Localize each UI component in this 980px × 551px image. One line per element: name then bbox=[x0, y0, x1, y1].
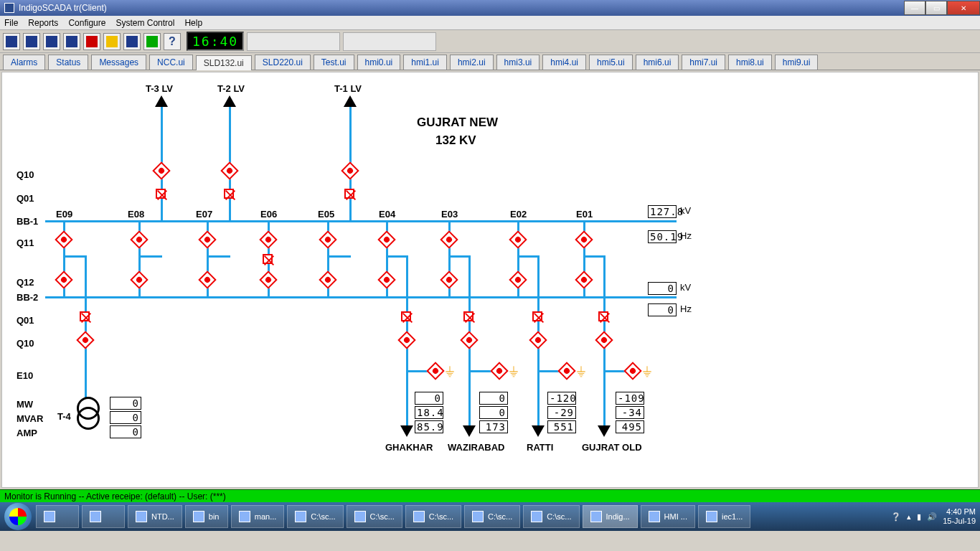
q12-e05[interactable] bbox=[319, 270, 336, 288]
tool-icon-4[interactable] bbox=[63, 33, 80, 50]
menu-file[interactable]: File bbox=[4, 18, 18, 28]
tab-hmi1[interactable]: hmi1.ui bbox=[403, 55, 447, 70]
tab-hmi4[interactable]: hmi4.ui bbox=[542, 55, 586, 70]
q11-e06[interactable] bbox=[259, 230, 277, 248]
task-sc5-label: C:\sc... bbox=[547, 512, 571, 521]
tool-icon-3[interactable] bbox=[43, 33, 60, 50]
task-ie[interactable] bbox=[36, 505, 79, 528]
close-button[interactable]: ✕ bbox=[947, 1, 980, 15]
tab-hmi6[interactable]: hmi6.ui bbox=[636, 55, 679, 70]
task-explorer[interactable] bbox=[82, 505, 125, 528]
q01-e07-brk[interactable] bbox=[224, 189, 234, 199]
q01-e05-brk[interactable] bbox=[344, 189, 354, 199]
task-sc5[interactable]: C:\sc... bbox=[523, 505, 579, 528]
tool-icon-7[interactable] bbox=[123, 33, 141, 50]
q01b-e04[interactable] bbox=[401, 311, 411, 321]
q01b-e03[interactable] bbox=[463, 311, 473, 321]
q12-e06[interactable] bbox=[259, 270, 277, 288]
q11-e05[interactable] bbox=[319, 230, 336, 248]
task-ntd[interactable]: NTD... bbox=[128, 505, 182, 528]
ie-icon bbox=[44, 511, 55, 522]
q12-e01[interactable] bbox=[575, 270, 593, 288]
q01b-e01[interactable] bbox=[598, 311, 608, 321]
tab-alarms[interactable]: Alarms bbox=[3, 55, 45, 70]
menu-configure[interactable]: Configure bbox=[68, 18, 105, 28]
menu-help[interactable]: Help bbox=[184, 18, 202, 28]
tab-messages[interactable]: Messages bbox=[91, 55, 146, 70]
doc-icon bbox=[295, 511, 306, 522]
tool-icon-1[interactable] bbox=[3, 33, 20, 50]
e10-e01-gnd-disc[interactable] bbox=[623, 362, 641, 380]
ratti-mw: -120 bbox=[547, 392, 576, 405]
tray-network-icon[interactable]: ▮ bbox=[917, 512, 921, 522]
q12-e09[interactable] bbox=[55, 270, 72, 288]
q01b-e09[interactable] bbox=[80, 311, 90, 321]
q11-e07[interactable] bbox=[198, 230, 216, 248]
task-indigo[interactable]: Indig... bbox=[583, 505, 638, 528]
menu-system-control[interactable]: System Control bbox=[116, 18, 174, 28]
tool-icon-5[interactable] bbox=[83, 33, 100, 50]
q11-e04[interactable] bbox=[377, 230, 395, 248]
tab-hmi8[interactable]: hmi8.ui bbox=[728, 55, 772, 70]
tab-hmi5[interactable]: hmi5.ui bbox=[589, 55, 633, 70]
task-hmi[interactable]: HMI ... bbox=[641, 505, 695, 528]
q10b-e01[interactable] bbox=[595, 331, 613, 349]
tab-hmi0[interactable]: hmi0.ui bbox=[357, 55, 401, 70]
tray-up-icon[interactable]: ▴ bbox=[907, 512, 911, 522]
tab-ncc[interactable]: NCC.ui bbox=[149, 55, 193, 70]
q12-e02[interactable] bbox=[509, 270, 527, 288]
tab-test[interactable]: Test.ui bbox=[314, 55, 354, 70]
brk-e06-coupler[interactable] bbox=[263, 254, 273, 264]
q10b-e09[interactable] bbox=[76, 331, 94, 349]
q10b-e03[interactable] bbox=[460, 331, 478, 349]
tab-hmi9[interactable]: hmi9.ui bbox=[775, 55, 819, 70]
tab-hmi2[interactable]: hmi2.ui bbox=[450, 55, 494, 70]
maximize-button[interactable]: ▭ bbox=[925, 1, 947, 15]
tab-status[interactable]: Status bbox=[48, 55, 88, 70]
q12-e03[interactable] bbox=[440, 270, 458, 288]
task-sc4[interactable]: C:\sc... bbox=[464, 505, 520, 528]
e10-e03-gnd-disc[interactable] bbox=[490, 362, 508, 380]
q10-e07-disc[interactable] bbox=[220, 161, 238, 179]
tab-sld132[interactable]: SLD132.ui bbox=[196, 55, 252, 70]
q12-e07[interactable] bbox=[198, 270, 216, 288]
task-sc2[interactable]: C:\sc... bbox=[347, 505, 402, 528]
q11-e09[interactable] bbox=[55, 230, 72, 248]
tool-icon-8[interactable] bbox=[143, 33, 161, 50]
tray-help-icon[interactable]: ❔ bbox=[891, 512, 901, 522]
bb1-hz: 50.19 bbox=[648, 230, 677, 243]
q10b-e04[interactable] bbox=[397, 331, 415, 349]
tab-sld220[interactable]: SLD220.ui bbox=[255, 55, 311, 70]
tab-hmi3[interactable]: hmi3.ui bbox=[496, 55, 540, 70]
task-bin[interactable]: bin bbox=[185, 505, 228, 528]
tool-icon-2[interactable] bbox=[23, 33, 40, 50]
tool-icon-6[interactable] bbox=[103, 33, 121, 50]
q01-e08-brk[interactable] bbox=[156, 189, 166, 199]
help-icon[interactable]: ? bbox=[164, 33, 181, 50]
task-man[interactable]: man... bbox=[231, 505, 285, 528]
q10-e05-disc[interactable] bbox=[341, 161, 359, 179]
q11-e02[interactable] bbox=[509, 230, 527, 248]
q11-e01[interactable] bbox=[575, 230, 593, 248]
minimize-button[interactable]: — bbox=[904, 1, 925, 15]
q12-e08[interactable] bbox=[130, 270, 148, 288]
q01b-e02[interactable] bbox=[532, 311, 542, 321]
e03-v2 bbox=[468, 255, 471, 297]
task-sc1[interactable]: C:\sc... bbox=[287, 505, 343, 528]
start-button[interactable] bbox=[4, 503, 32, 530]
tray-volume-icon[interactable]: 🔊 bbox=[927, 512, 937, 522]
e10-e02-gnd-disc[interactable] bbox=[557, 362, 575, 380]
task-sc3[interactable]: C:\sc... bbox=[405, 505, 461, 528]
tab-hmi7[interactable]: hmi7.ui bbox=[682, 55, 725, 70]
e10-e04-gnd-disc[interactable] bbox=[426, 362, 444, 380]
menu-reports[interactable]: Reports bbox=[28, 18, 58, 28]
q10b-e02[interactable] bbox=[529, 331, 547, 349]
q12-e04[interactable] bbox=[377, 270, 395, 288]
q11-e08[interactable] bbox=[130, 230, 148, 248]
q11-e03[interactable] bbox=[440, 230, 458, 248]
tray-time[interactable]: 4:40 PM bbox=[943, 507, 976, 517]
task-ntd-label: NTD... bbox=[151, 512, 174, 521]
tray-date[interactable]: 15-Jul-19 bbox=[943, 517, 976, 526]
task-iec[interactable]: iec1... bbox=[698, 505, 750, 528]
q10-e08-disc[interactable] bbox=[152, 161, 170, 179]
